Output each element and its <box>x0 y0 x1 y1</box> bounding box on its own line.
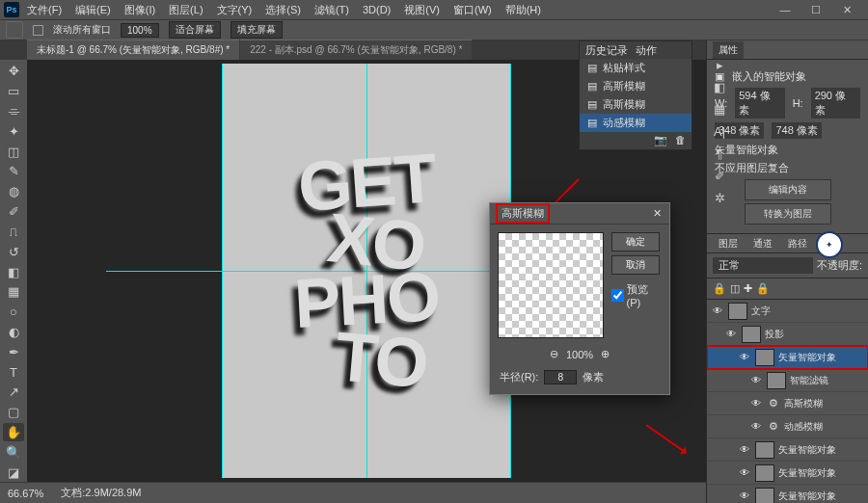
visibility-icon[interactable]: 👁 <box>749 398 763 409</box>
ok-button[interactable]: 确定 <box>611 232 660 252</box>
layer-row[interactable]: 👁投影 <box>707 323 868 346</box>
menu-image[interactable]: 图像(I) <box>119 1 161 19</box>
move-tool-icon[interactable]: ✥ <box>3 62 24 81</box>
layer-row[interactable]: 👁矢量智能对象 <box>707 346 868 369</box>
adjust-icon[interactable]: ✲ <box>715 191 725 205</box>
menu-help[interactable]: 帮助(H) <box>500 1 547 19</box>
lasso-tool-icon[interactable]: ⌯ <box>3 102 24 121</box>
menu-layer[interactable]: 图层(L) <box>163 1 208 19</box>
minimize-icon[interactable]: — <box>773 3 797 16</box>
layer-row[interactable]: 👁⚙高斯模糊 <box>707 392 868 415</box>
layer-list: 👁文字👁投影👁矢量智能对象👁智能滤镜👁⚙高斯模糊👁⚙动感模糊👁矢量智能对象👁矢量… <box>707 300 868 503</box>
zoom-in-icon[interactable]: ⊕ <box>601 348 610 360</box>
path-tool-icon[interactable]: ↗ <box>3 383 24 402</box>
marquee-tool-icon[interactable]: ▭ <box>3 82 24 101</box>
brush-tool-icon[interactable]: ✐ <box>3 202 24 222</box>
brush-panel-icon[interactable]: ✐ <box>715 169 725 183</box>
blur-tool-icon[interactable]: ○ <box>3 303 24 322</box>
visibility-icon[interactable]: 👁 <box>749 375 763 385</box>
hand-tool-icon[interactable]: ✋ <box>3 423 24 442</box>
menu-type[interactable]: 文字(Y) <box>211 1 258 19</box>
history-item[interactable]: ▤高斯模糊 <box>580 77 692 95</box>
layer-row[interactable]: 👁矢量智能对象 <box>707 438 868 462</box>
heal-tool-icon[interactable]: ◍ <box>3 182 24 201</box>
menu-edit[interactable]: 编辑(E) <box>69 1 117 19</box>
camera-icon[interactable]: 📷 <box>654 134 667 147</box>
radius-input[interactable] <box>544 370 577 384</box>
status-doc: 文档:2.9M/28.9M <box>61 486 141 500</box>
dialog-close-icon[interactable]: ✕ <box>653 207 662 220</box>
tool-preset-icon[interactable] <box>6 21 23 39</box>
visibility-icon[interactable]: 👁 <box>724 329 738 339</box>
swatches-icon[interactable]: ▦ <box>714 102 725 117</box>
pen-tool-icon[interactable]: ✒ <box>3 342 24 361</box>
visibility-icon[interactable]: 👁 <box>738 490 751 501</box>
edit-content-button[interactable]: 编辑内容 <box>745 179 831 200</box>
history-brush-icon[interactable]: ↺ <box>3 242 24 261</box>
visibility-icon[interactable]: 👁 <box>738 352 751 362</box>
dodge-tool-icon[interactable]: ◐ <box>3 323 24 342</box>
actions-tab[interactable]: 动作 <box>636 43 657 58</box>
swatch-icon[interactable]: ◪ <box>3 463 24 482</box>
history-item[interactable]: ▤动感模糊 <box>580 114 692 132</box>
collapsed-panel-icons: ▸ ◧ ▦ A| ¶ ✐ ✲ <box>706 40 733 272</box>
scroll-all-checkbox[interactable] <box>33 25 43 36</box>
layer-name: 智能滤镜 <box>790 374 864 387</box>
fill-screen-button[interactable]: 填充屏幕 <box>231 21 283 39</box>
stamp-tool-icon[interactable]: ⎍ <box>3 223 24 242</box>
menu-filter[interactable]: 滤镜(T) <box>309 1 355 19</box>
menu-view[interactable]: 视图(V) <box>398 1 446 19</box>
layer-row[interactable]: 👁智能滤镜 <box>707 369 868 392</box>
tab-inactive[interactable]: 222 - 副本.psd @ 66.7% (矢量智能对象, RGB/8) * <box>240 40 472 60</box>
document-canvas[interactable]: GET XO PHO TO <box>222 64 511 478</box>
zoom-out-icon[interactable]: ⊖ <box>550 348 558 360</box>
para-icon[interactable]: ¶ <box>717 146 723 161</box>
layer-thumbnail <box>767 372 786 389</box>
visibility-icon[interactable]: 👁 <box>738 444 751 455</box>
layer-row[interactable]: 👁矢量智能对象 <box>707 462 868 485</box>
layer-thumbnail <box>755 349 774 366</box>
layer-name: 文字 <box>751 304 864 318</box>
eyedropper-tool-icon[interactable]: ✎ <box>3 162 24 181</box>
zoom-field[interactable]: 100% <box>121 23 159 38</box>
convert-button[interactable]: 转换为图层 <box>745 203 831 225</box>
layer-row[interactable]: 👁矢量智能对象 <box>707 485 868 503</box>
type-tool-icon[interactable]: T <box>3 362 24 382</box>
visibility-icon[interactable]: 👁 <box>711 305 724 316</box>
history-item[interactable]: ▤高斯模糊 <box>580 95 692 114</box>
tab-active[interactable]: 未标题-1 @ 66.7% (矢量智能对象, RGB/8#) * <box>27 40 239 60</box>
app-logo: Ps <box>4 2 19 17</box>
color-icon[interactable]: ◧ <box>714 80 725 94</box>
layer-row[interactable]: 👁文字 <box>707 300 868 323</box>
eraser-tool-icon[interactable]: ◧ <box>3 262 24 281</box>
zoom-tool-icon[interactable]: 🔍 <box>3 442 24 462</box>
shape-tool-icon[interactable]: ▢ <box>3 403 24 422</box>
layer-name: 矢量智能对象 <box>778 490 864 503</box>
fit-screen-button[interactable]: 适合屏幕 <box>169 21 221 39</box>
paths-tab[interactable]: 路径 <box>782 235 813 252</box>
visibility-icon[interactable]: 👁 <box>738 467 751 478</box>
menu-window[interactable]: 窗口(W) <box>448 1 498 19</box>
menu-3d[interactable]: 3D(D) <box>357 2 396 17</box>
menu-file[interactable]: 文件(F) <box>21 1 68 19</box>
history-tab[interactable]: 历史记录 <box>585 43 628 58</box>
layer-name: 矢量智能对象 <box>778 466 864 480</box>
play-icon[interactable]: ▸ <box>717 58 723 72</box>
status-zoom[interactable]: 66.67% <box>8 488 43 499</box>
maximize-icon[interactable]: ☐ <box>804 3 827 16</box>
channels-tab[interactable]: 通道 <box>747 235 778 252</box>
crop-tool-icon[interactable]: ◫ <box>3 142 24 161</box>
visibility-icon[interactable]: 👁 <box>749 421 763 432</box>
history-item[interactable]: ▤粘贴样式 <box>580 59 692 77</box>
preview-checkbox[interactable] <box>611 289 624 302</box>
options-bar: 滚动所有窗口 100% 适合屏幕 填充屏幕 <box>0 19 868 40</box>
wand-tool-icon[interactable]: ✦ <box>3 121 24 141</box>
gradient-tool-icon[interactable]: ▦ <box>3 282 24 302</box>
tools-panel: ✥ ▭ ⌯ ✦ ◫ ✎ ◍ ✐ ⎍ ↺ ◧ ▦ ○ ◐ ✒ T ↗ ▢ ✋ 🔍 … <box>0 60 27 482</box>
layer-row[interactable]: 👁⚙动感模糊 <box>707 415 868 438</box>
menu-select[interactable]: 选择(S) <box>259 1 307 19</box>
char-icon[interactable]: A| <box>714 124 725 139</box>
cancel-button[interactable]: 取消 <box>611 255 660 275</box>
trash-icon[interactable]: 🗑 <box>675 134 686 147</box>
close-icon[interactable]: ✕ <box>835 3 858 16</box>
